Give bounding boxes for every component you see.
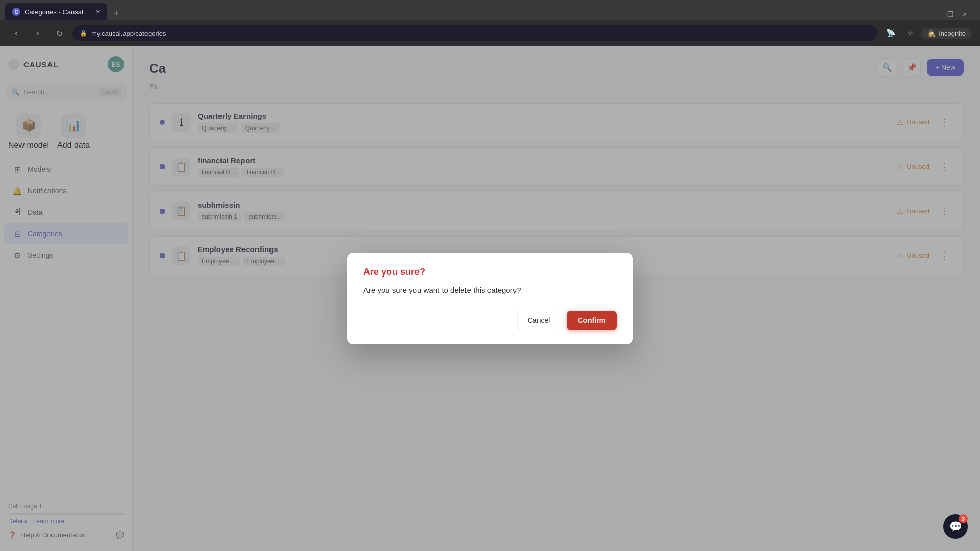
confirmation-modal: Are you sure? Are you sure you want to d… bbox=[347, 253, 633, 344]
maximize-button[interactable]: ❐ bbox=[944, 8, 957, 20]
cast-icon[interactable]: 📡 bbox=[883, 25, 899, 41]
window-close-button[interactable]: × bbox=[959, 8, 971, 20]
modal-overlay: Are you sure? Are you sure you want to d… bbox=[0, 46, 980, 551]
chat-badge: 3 bbox=[959, 514, 968, 523]
browser-tabs: C Categories - Causal × + — ❐ × bbox=[0, 0, 980, 20]
refresh-button[interactable]: ↻ bbox=[51, 25, 67, 41]
incognito-label: Incognito bbox=[939, 30, 966, 37]
cancel-button[interactable]: Cancel bbox=[517, 311, 561, 330]
forward-button[interactable]: › bbox=[30, 25, 46, 41]
new-tab-button[interactable]: + bbox=[109, 6, 124, 20]
address-text: my.causal.app/categories bbox=[91, 30, 166, 37]
tab-title: Categories - Causal bbox=[24, 8, 83, 16]
lock-icon: 🔒 bbox=[80, 30, 87, 37]
incognito-icon: 🕵 bbox=[927, 30, 936, 37]
browser-chrome: C Categories - Causal × + — ❐ × ‹ › ↻ 🔒 … bbox=[0, 0, 980, 46]
browser-controls-bar: ‹ › ↻ 🔒 my.causal.app/categories 📡 ☆ 🕵 I… bbox=[0, 20, 980, 46]
modal-title: Are you sure? bbox=[363, 267, 617, 278]
tab-favicon: C bbox=[12, 8, 20, 16]
tab-close-icon[interactable]: × bbox=[96, 8, 100, 16]
confirm-button[interactable]: Confirm bbox=[567, 311, 617, 330]
address-bar[interactable]: 🔒 my.causal.app/categories bbox=[72, 25, 877, 41]
browser-actions: 📡 ☆ 🕵 Incognito bbox=[883, 25, 972, 41]
incognito-button[interactable]: 🕵 Incognito bbox=[921, 28, 972, 39]
active-tab: C Categories - Causal × bbox=[5, 3, 107, 20]
back-button[interactable]: ‹ bbox=[8, 25, 24, 41]
modal-actions: Cancel Confirm bbox=[363, 311, 617, 330]
minimize-button[interactable]: — bbox=[930, 8, 942, 20]
app-container: CAUSAL ES 🔍 Search... Ctrl+K 📦 New model… bbox=[0, 46, 980, 551]
modal-body: Are you sure you want to delete this cat… bbox=[363, 285, 617, 296]
bookmark-icon[interactable]: ☆ bbox=[902, 25, 918, 41]
chat-button[interactable]: 💬 3 bbox=[943, 514, 968, 539]
